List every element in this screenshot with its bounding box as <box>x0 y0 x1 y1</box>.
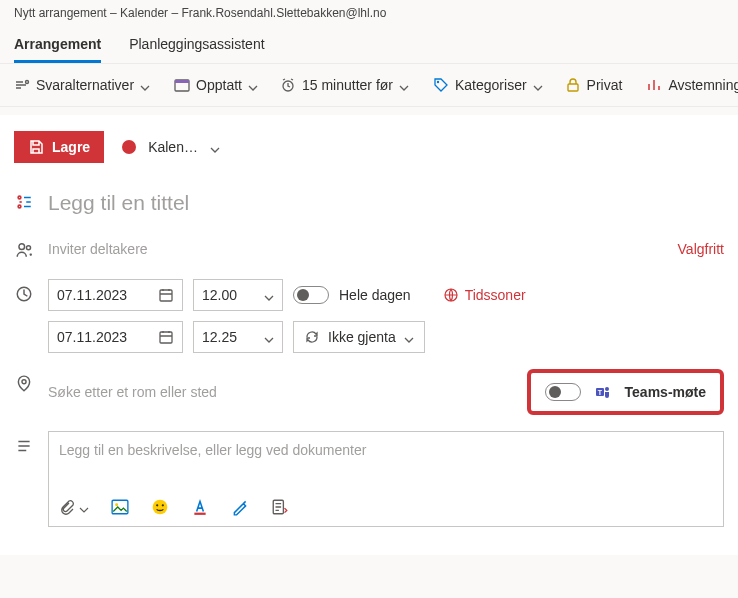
svg-point-7 <box>18 205 21 208</box>
ribbon-categorize-label: Kategoriser <box>455 77 527 93</box>
poll-icon <box>646 77 662 93</box>
tab-arrangement[interactable]: Arrangement <box>14 26 101 63</box>
end-time-field[interactable]: 12.25 <box>193 321 283 353</box>
svg-point-17 <box>605 387 609 391</box>
response-options-icon <box>14 77 30 93</box>
ribbon-reminder[interactable]: 15 minutter før <box>280 77 409 93</box>
svg-point-8 <box>19 244 25 250</box>
save-button-label: Lagre <box>52 139 90 155</box>
insert-toolbar <box>59 492 713 516</box>
event-form: Legg til en tittel Inviter deltakere Val… <box>0 173 738 555</box>
chevron-down-icon <box>248 80 258 90</box>
timezones-link[interactable]: Tidssoner <box>443 287 526 303</box>
svg-rect-5 <box>568 84 578 91</box>
optional-link[interactable]: Valgfritt <box>678 241 724 257</box>
chevron-down-icon <box>399 80 409 90</box>
chevron-down-icon <box>79 502 89 512</box>
svg-point-4 <box>437 81 439 83</box>
location-icon <box>14 369 34 393</box>
ribbon-svaralternativer-label: Svaralternativer <box>36 77 134 93</box>
ribbon-categorize[interactable]: Kategoriser <box>433 77 543 93</box>
recurrence-selector[interactable]: Ikke gjenta <box>293 321 425 353</box>
ink-button[interactable] <box>231 498 249 516</box>
svg-point-20 <box>153 500 168 515</box>
start-time-field[interactable]: 12.00 <box>193 279 283 311</box>
ribbon-private-label: Privat <box>587 77 623 93</box>
lock-icon <box>565 77 581 93</box>
chevron-down-icon <box>264 332 274 342</box>
ribbon-reminder-label: 15 minutter før <box>302 77 393 93</box>
ribbon-poll[interactable]: Avstemning <box>646 77 738 93</box>
svg-rect-18 <box>112 500 128 514</box>
svg-point-0 <box>26 81 29 84</box>
calendar-icon <box>158 329 174 345</box>
chevron-down-icon <box>210 142 220 152</box>
svg-point-6 <box>18 196 21 199</box>
calendar-icon <box>158 287 174 303</box>
svg-rect-23 <box>194 513 205 515</box>
start-date-field[interactable]: 07.11.2023 <box>48 279 183 311</box>
save-bar: Lagre Kalen… <box>0 115 738 173</box>
svg-rect-13 <box>160 332 172 343</box>
chevron-down-icon <box>404 332 414 342</box>
calendar-name: Kalen… <box>148 139 198 155</box>
chevron-down-icon <box>264 290 274 300</box>
svg-point-21 <box>156 504 158 506</box>
chevron-down-icon <box>533 80 543 90</box>
ribbon-svaralternativer[interactable]: Svaralternativer <box>14 77 150 93</box>
all-day-label: Hele dagen <box>339 287 411 303</box>
tag-icon <box>433 77 449 93</box>
svg-point-14 <box>22 380 26 384</box>
recurrence-label: Ikke gjenta <box>328 329 396 345</box>
teams-icon: T <box>595 384 611 400</box>
save-icon <box>28 139 44 155</box>
teams-meeting-box: T Teams-møte <box>527 369 724 415</box>
title-icon <box>14 187 34 211</box>
title-input[interactable]: Legg til en tittel <box>48 187 724 219</box>
end-date-value: 07.11.2023 <box>57 329 127 345</box>
tab-planleggingsassistent[interactable]: Planleggingsassistent <box>129 26 264 63</box>
calendar-color-dot <box>122 140 136 154</box>
attach-button[interactable] <box>59 499 89 515</box>
end-date-field[interactable]: 07.11.2023 <box>48 321 183 353</box>
svg-text:T: T <box>597 389 602 396</box>
location-input[interactable]: Søke etter et rom eller sted <box>48 378 505 406</box>
ribbon-busy-status[interactable]: Opptatt <box>174 77 258 93</box>
svg-point-9 <box>26 246 30 250</box>
invite-input[interactable]: Inviter deltakere <box>48 235 668 263</box>
end-time-value: 12.25 <box>202 329 237 345</box>
description-icon <box>14 431 34 455</box>
people-icon <box>14 235 34 259</box>
busy-icon <box>174 77 190 93</box>
all-day-toggle[interactable] <box>293 286 329 304</box>
ribbon: Svaralternativer Opptatt 15 minutter før… <box>0 64 738 107</box>
insert-emoji-button[interactable] <box>151 498 169 516</box>
svg-point-22 <box>162 504 164 506</box>
clock-icon <box>14 279 34 303</box>
insert-image-button[interactable] <box>111 498 129 516</box>
ribbon-busy-label: Opptatt <box>196 77 242 93</box>
font-color-button[interactable] <box>191 498 209 516</box>
ribbon-poll-label: Avstemning <box>668 77 738 93</box>
svg-rect-11 <box>160 290 172 301</box>
repeat-icon <box>304 329 320 345</box>
teams-toggle[interactable] <box>545 383 581 401</box>
calendar-selector[interactable]: Kalen… <box>122 139 220 155</box>
ribbon-private[interactable]: Privat <box>565 77 623 93</box>
tab-strip: Arrangement Planleggingsassistent <box>0 26 738 64</box>
start-time-value: 12.00 <box>202 287 237 303</box>
start-date-value: 07.11.2023 <box>57 287 127 303</box>
description-box[interactable]: Legg til en beskrivelse, eller legg ved … <box>48 431 724 527</box>
svg-point-19 <box>115 503 118 506</box>
svg-rect-2 <box>175 80 189 83</box>
timezones-label: Tidssoner <box>465 287 526 303</box>
save-button[interactable]: Lagre <box>14 131 104 163</box>
description-placeholder: Legg til en beskrivelse, eller legg ved … <box>59 442 713 458</box>
chevron-down-icon <box>140 80 150 90</box>
alarm-icon <box>280 77 296 93</box>
window-title: Nytt arrangement – Kalender – Frank.Rose… <box>0 0 738 26</box>
teams-label: Teams-møte <box>625 384 706 400</box>
insert-more-button[interactable] <box>271 498 289 516</box>
globe-icon <box>443 287 459 303</box>
